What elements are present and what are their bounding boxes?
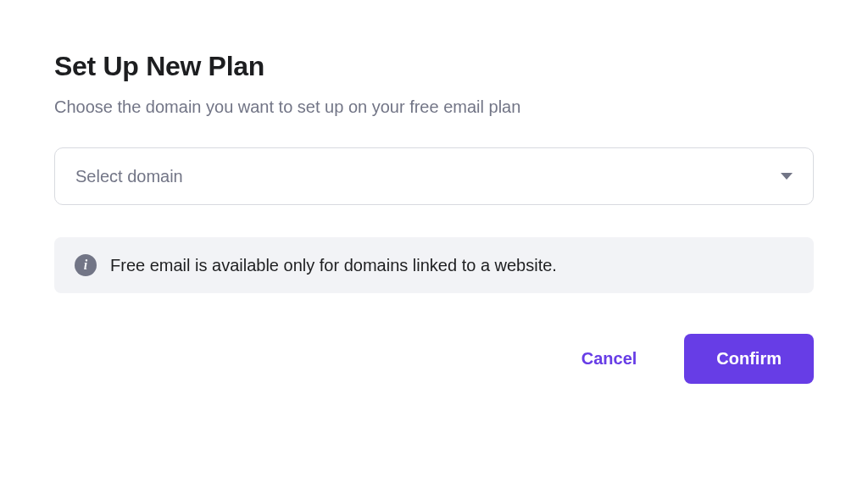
- confirm-button[interactable]: Confirm: [684, 334, 814, 384]
- domain-select[interactable]: Select domain: [54, 147, 814, 205]
- page-title: Set Up New Plan: [54, 51, 814, 82]
- dialog-actions: Cancel Confirm: [54, 334, 814, 384]
- info-banner: i Free email is available only for domai…: [54, 237, 814, 293]
- cancel-button[interactable]: Cancel: [575, 339, 644, 379]
- domain-select-wrapper: Select domain: [54, 147, 814, 205]
- domain-select-placeholder: Select domain: [75, 167, 183, 186]
- info-message: Free email is available only for domains…: [110, 256, 557, 275]
- page-subtitle: Choose the domain you want to set up on …: [54, 97, 814, 117]
- caret-down-icon: [781, 173, 793, 180]
- info-icon: i: [75, 254, 97, 276]
